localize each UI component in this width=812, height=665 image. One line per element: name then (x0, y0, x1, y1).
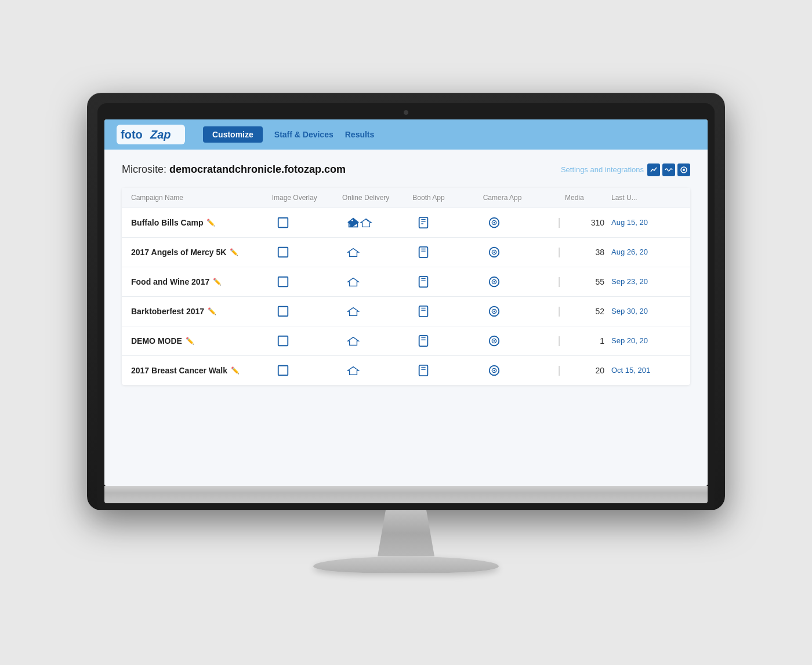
campaign-name-text-5: 2017 Breast Cancer Walk (131, 366, 227, 375)
date-2: Sep 23, 20 (611, 277, 681, 286)
svg-rect-43 (419, 335, 428, 346)
camera-app-icon-3[interactable] (483, 305, 553, 318)
campaign-name-3: Barktoberfest 2017 ✏️ (131, 307, 272, 316)
image-overlay-icon-0[interactable] (272, 216, 342, 229)
svg-point-16 (493, 221, 495, 223)
media-count-5: 20 (565, 366, 611, 375)
media-count-2: 55 (565, 277, 611, 286)
settings-icon-wave (662, 163, 675, 176)
th-campaign-name: Campaign Name (131, 194, 272, 202)
online-delivery-icon-0[interactable] (342, 216, 412, 229)
campaign-name-0: Buffalo Bills Camp ✏️ (131, 218, 272, 227)
campaign-name-text-4: DEMO MODE (131, 336, 182, 346)
svg-rect-25 (278, 277, 288, 286)
svg-rect-35 (419, 306, 428, 316)
svg-rect-51 (419, 365, 428, 375)
monitor-camera (404, 110, 408, 115)
settings-icon-circle (677, 163, 690, 176)
online-delivery-icon-2[interactable] (342, 275, 412, 288)
svg-rect-27 (419, 276, 428, 286)
svg-marker-34 (348, 307, 358, 315)
booth-app-icon-0[interactable] (412, 216, 483, 229)
results-link[interactable]: Results (345, 130, 375, 139)
svg-rect-19 (419, 246, 428, 257)
th-booth-app: Booth App (412, 194, 483, 202)
online-delivery-icon-1[interactable] (342, 246, 412, 259)
campaign-table: Campaign Name Image Overlay Online Deliv… (122, 188, 690, 385)
booth-app-icon-5[interactable] (412, 364, 483, 377)
svg-marker-8 (361, 219, 371, 227)
monitor-stand-base (313, 557, 499, 573)
edit-icon-4[interactable]: ✏️ (186, 337, 194, 345)
th-media: Media (565, 194, 611, 202)
svg-text:Zap: Zap (150, 128, 171, 141)
divider-1: | (553, 246, 565, 258)
camera-app-icon-4[interactable] (483, 335, 553, 347)
campaign-name-text-3: Barktoberfest 2017 (131, 307, 204, 316)
camera-app-icon-5[interactable] (483, 364, 553, 377)
table-header: Campaign Name Image Overlay Online Deliv… (122, 188, 690, 208)
divider-3: | (553, 305, 565, 317)
svg-point-56 (493, 369, 495, 371)
svg-rect-10 (419, 217, 428, 227)
divider-0: | (553, 216, 565, 228)
campaign-name-1: 2017 Angels of Mercy 5K ✏️ (131, 248, 272, 257)
th-last-update: Last U... (611, 194, 681, 202)
camera-app-icon-1[interactable] (483, 246, 553, 259)
online-delivery-icon-3[interactable] (342, 305, 412, 318)
campaign-name-5: 2017 Breast Cancer Walk ✏️ (131, 366, 272, 375)
app-header: foto Zap Customize Staff & Devices Resul… (104, 119, 708, 150)
th-online-delivery: Online Delivery (342, 194, 412, 202)
table-row: Barktoberfest 2017 ✏️ (122, 297, 690, 326)
date-1: Aug 26, 20 (611, 248, 681, 256)
date-4: Sep 20, 20 (611, 336, 681, 345)
th-divider (553, 194, 565, 202)
media-count-3: 52 (565, 307, 611, 316)
image-overlay-icon-3[interactable] (272, 305, 342, 318)
microsite-label: Microsite: (122, 163, 166, 175)
table-row: Food and Wine 2017 ✏️ (122, 267, 690, 297)
logo: foto Zap (116, 124, 186, 145)
image-overlay-icon-4[interactable] (272, 335, 342, 347)
booth-app-icon-2[interactable] (412, 275, 483, 288)
app-content: Microsite: democratandchronicle.fotozap.… (104, 150, 708, 486)
image-overlay-icon-5[interactable] (272, 364, 342, 377)
settings-icon-chart (647, 163, 660, 176)
online-delivery-icon-4[interactable] (342, 335, 412, 347)
online-delivery-icon-5[interactable] (342, 364, 412, 377)
edit-icon-3[interactable]: ✏️ (208, 307, 216, 315)
image-overlay-icon-1[interactable] (272, 246, 342, 259)
camera-app-icon-0[interactable] (483, 216, 553, 229)
booth-app-icon-1[interactable] (412, 246, 483, 259)
th-image-overlay: Image Overlay (272, 194, 342, 202)
campaign-name-text-2: Food and Wine 2017 (131, 277, 209, 286)
date-5: Oct 15, 201 (611, 366, 681, 375)
booth-app-icon-3[interactable] (412, 305, 483, 318)
edit-icon-5[interactable]: ✏️ (231, 366, 240, 375)
edit-icon-2[interactable]: ✏️ (213, 278, 222, 286)
divider-5: | (553, 364, 565, 376)
booth-app-icon-4[interactable] (412, 335, 483, 347)
microsite-title: Microsite: democratandchronicle.fotozap.… (122, 163, 346, 176)
th-camera-app: Camera App (483, 194, 553, 202)
table-row: Buffalo Bills Camp ✏️ (122, 208, 690, 238)
staff-devices-link[interactable]: Staff & Devices (274, 130, 334, 139)
camera-app-icon-2[interactable] (483, 275, 553, 288)
microsite-url: democratandchronicle.fotozap.com (169, 163, 346, 175)
svg-point-40 (493, 310, 495, 312)
svg-point-32 (493, 281, 495, 282)
edit-icon-0[interactable]: ✏️ (206, 219, 215, 227)
microsite-header: Microsite: democratandchronicle.fotozap.… (122, 163, 690, 176)
image-overlay-icon-2[interactable] (272, 275, 342, 288)
svg-rect-17 (278, 247, 288, 257)
table-row: 2017 Breast Cancer Walk ✏️ (122, 356, 690, 385)
settings-link[interactable]: Settings and integrations (561, 163, 690, 176)
edit-icon-1[interactable]: ✏️ (230, 248, 238, 256)
date-3: Sep 30, 20 (611, 307, 681, 315)
divider-4: | (553, 335, 565, 347)
svg-marker-50 (348, 366, 358, 375)
media-count-1: 38 (565, 248, 611, 257)
customize-button[interactable]: Customize (203, 126, 263, 143)
svg-point-4 (683, 169, 685, 171)
monitor-bezel: foto Zap Customize Staff & Devices Resul… (97, 103, 715, 510)
